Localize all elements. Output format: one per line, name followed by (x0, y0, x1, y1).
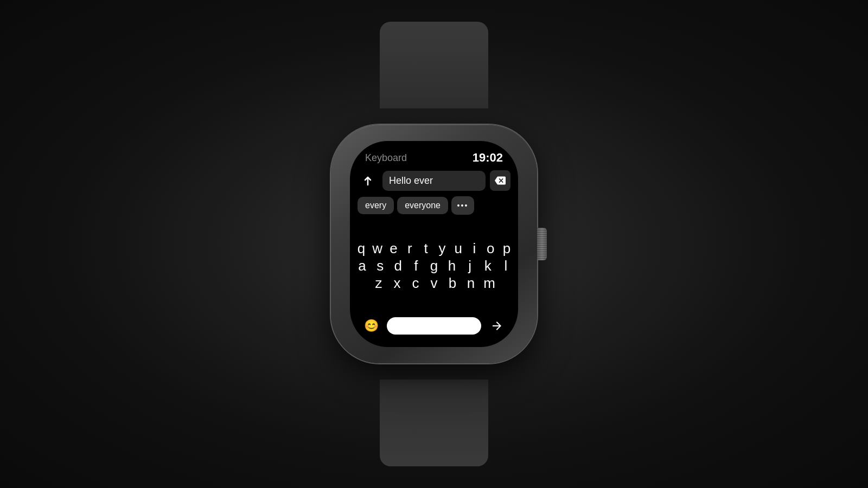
keyboard-row-3: z x c v b n m (355, 276, 513, 290)
keyboard-row-1: q w e r t y u i o p (355, 241, 513, 255)
key-n[interactable]: n (464, 276, 478, 290)
key-m[interactable]: m (482, 276, 496, 290)
keyboard-row-2: a s d f g h j k l (355, 259, 513, 273)
send-button[interactable] (487, 316, 507, 336)
watch-header: Keyboard 19:02 (350, 141, 518, 170)
key-v[interactable]: v (427, 276, 441, 290)
watch-case: Keyboard 19:02 Hello ever (331, 125, 537, 363)
key-b[interactable]: b (445, 276, 459, 290)
key-i[interactable]: i (469, 241, 481, 255)
key-x[interactable]: x (390, 276, 404, 290)
key-p[interactable]: p (501, 241, 513, 255)
key-r[interactable]: r (404, 241, 416, 255)
key-w[interactable]: w (372, 241, 384, 255)
input-row: Hello ever (350, 170, 518, 196)
suggestions-row: every everyone ••• (350, 196, 518, 221)
key-l[interactable]: l (499, 259, 513, 273)
suggestion-every[interactable]: every (358, 197, 394, 214)
key-z[interactable]: z (372, 276, 386, 290)
key-u[interactable]: u (452, 241, 464, 255)
key-d[interactable]: d (391, 259, 405, 273)
key-s[interactable]: s (373, 259, 387, 273)
key-e[interactable]: e (388, 241, 400, 255)
watch-scene: Keyboard 19:02 Hello ever (304, 92, 564, 396)
more-suggestions-button[interactable]: ••• (451, 196, 474, 215)
key-y[interactable]: y (436, 241, 448, 255)
band-bottom (380, 380, 488, 466)
key-c[interactable]: c (409, 276, 423, 290)
current-time: 19:02 (473, 151, 503, 165)
suggestion-everyone[interactable]: everyone (397, 197, 448, 214)
app-title: Keyboard (365, 152, 407, 164)
keyboard-area: q w e r t y u i o p a s d f g h (350, 221, 518, 310)
key-q[interactable]: q (355, 241, 367, 255)
bottom-bar: 😊 (350, 310, 518, 347)
watch-screen: Keyboard 19:02 Hello ever (350, 141, 518, 347)
emoji-button[interactable]: 😊 (361, 316, 381, 336)
key-g[interactable]: g (427, 259, 441, 273)
key-f[interactable]: f (409, 259, 423, 273)
key-k[interactable]: k (481, 259, 495, 273)
digital-crown[interactable] (537, 228, 547, 260)
key-a[interactable]: a (355, 259, 369, 273)
key-t[interactable]: t (420, 241, 432, 255)
key-h[interactable]: h (445, 259, 459, 273)
text-input[interactable]: Hello ever (382, 171, 486, 191)
shift-button[interactable] (358, 170, 378, 191)
band-top (380, 22, 488, 108)
key-o[interactable]: o (484, 241, 496, 255)
backspace-button[interactable] (490, 170, 510, 191)
key-j[interactable]: j (463, 259, 477, 273)
emoji-icon: 😊 (364, 319, 379, 333)
space-bar[interactable] (387, 317, 481, 335)
